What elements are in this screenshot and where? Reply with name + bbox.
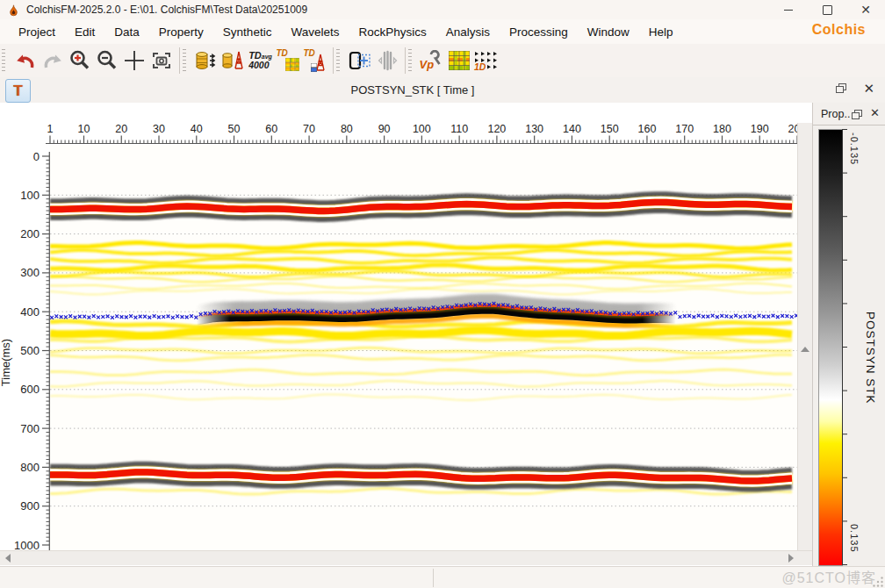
panel-float-icon[interactable]	[852, 110, 862, 119]
svg-text:10: 10	[78, 123, 90, 135]
horizontal-scrollbar[interactable]	[0, 550, 812, 565]
redo-button[interactable]	[39, 47, 66, 75]
svg-text:300: 300	[20, 266, 40, 279]
vertical-scrollbar[interactable]	[797, 123, 813, 565]
grid-display-button[interactable]	[445, 47, 472, 75]
menu-item-property[interactable]: Property	[149, 22, 213, 42]
svg-text:60: 60	[265, 123, 277, 135]
svg-text:170: 170	[675, 123, 694, 135]
float-window-icon[interactable]	[836, 83, 846, 93]
svg-text:500: 500	[20, 344, 40, 357]
zoom-out-icon	[96, 49, 119, 72]
undo-icon	[14, 49, 37, 72]
svg-text:120: 120	[487, 123, 506, 135]
panel-layout-button[interactable]	[346, 47, 373, 75]
seismic-canvas[interactable]	[50, 145, 797, 550]
seismic-data-button[interactable]	[192, 47, 219, 75]
menu-item-window[interactable]: Window	[578, 22, 639, 42]
menu-bar: ProjectEditDataPropertySyntheticWavelets…	[0, 19, 885, 44]
menu-item-help[interactable]: Help	[639, 22, 683, 42]
toolbar: TDavg 4000 TD TD	[0, 44, 885, 78]
watermark: @51CTO博客	[781, 566, 876, 587]
run-1d-button[interactable]: 1D	[472, 47, 504, 75]
x-axis-ruler: 1102030405060708090100110120130140150160…	[0, 121, 812, 145]
svg-text:30: 30	[153, 123, 165, 135]
app-flame-icon	[8, 4, 19, 17]
scroll-up-icon[interactable]	[801, 347, 809, 352]
toolbar-group-handle	[336, 49, 340, 72]
toolbar-group-handle	[2, 49, 5, 72]
wiggle-display-button[interactable]	[373, 47, 400, 75]
menu-item-analysis[interactable]: Analysis	[436, 22, 500, 42]
svg-text:90: 90	[378, 123, 391, 135]
svg-text:190: 190	[751, 123, 769, 135]
minimize-button[interactable]	[769, 0, 808, 19]
view-title: POSTSYN_STK [ Time ]	[0, 77, 825, 103]
view-close-icon[interactable]: ✕	[863, 81, 874, 97]
svg-text:600: 600	[20, 383, 40, 396]
svg-text:100: 100	[20, 189, 40, 202]
database-list-icon	[194, 49, 219, 72]
toolbar-separator	[179, 47, 180, 74]
zoom-in-button[interactable]	[66, 47, 93, 75]
svg-text:700: 700	[20, 422, 40, 435]
menu-item-rockphysics[interactable]: RockPhysics	[349, 22, 435, 42]
panel-layout-icon	[348, 49, 372, 72]
menu-item-data[interactable]: Data	[104, 22, 149, 42]
snapshot-button[interactable]	[148, 47, 175, 75]
svg-text:140: 140	[563, 123, 581, 135]
status-bar	[0, 566, 885, 588]
svg-text:1: 1	[47, 123, 54, 135]
svg-text:800: 800	[20, 461, 40, 474]
undo-button[interactable]	[11, 47, 39, 75]
panel-close-icon[interactable]: ✕	[870, 106, 880, 119]
svg-text:900: 900	[20, 499, 40, 513]
td-well-icon: TD	[304, 49, 327, 72]
close-icon: ✕	[860, 3, 871, 17]
wiggle-display-icon	[376, 49, 399, 72]
svg-text:160: 160	[638, 123, 657, 135]
main-area: 1102030405060708090100110120130140150160…	[0, 103, 885, 566]
close-button[interactable]: ✕	[846, 0, 885, 19]
menu-item-edit[interactable]: Edit	[65, 22, 104, 42]
toolbar-separator	[333, 47, 334, 74]
svg-text:Time(ms): Time(ms)	[0, 339, 12, 386]
zoom-in-icon	[68, 49, 91, 72]
status-divider	[433, 569, 434, 587]
scroll-left-icon[interactable]	[5, 554, 11, 563]
view-tab-bar: T POSTSYN_STK [ Time ] ✕	[0, 77, 885, 104]
svg-text:20: 20	[115, 123, 127, 135]
colorbar-name-label: POSTSYN STK	[864, 312, 877, 405]
property-panel: Prop.. ✕ -0.135 0.135 POSTSYN STK	[812, 103, 885, 566]
colorbar-ticks	[842, 129, 851, 565]
colorbar-min-label: -0.135	[849, 133, 860, 165]
svg-text:80: 80	[341, 123, 353, 135]
menu-item-project[interactable]: Project	[9, 22, 65, 42]
vp-wrench-icon: Vp	[420, 49, 444, 72]
svg-text:130: 130	[525, 123, 543, 135]
maximize-icon	[823, 5, 832, 15]
title-bar: ColchisFM-2025.2.0 - E:\01. ColchisFM\Te…	[0, 0, 885, 20]
svg-text:200: 200	[20, 227, 40, 240]
maximize-button[interactable]	[808, 0, 846, 19]
svg-text:180: 180	[713, 123, 731, 135]
td-well-button[interactable]: TD	[301, 47, 328, 75]
td-average-button[interactable]: TDavg 4000	[247, 47, 274, 75]
zoom-out-button[interactable]	[93, 47, 120, 75]
vp-tools-button[interactable]: Vp	[418, 47, 445, 75]
crosshair-icon	[123, 49, 146, 72]
toolbar-group-handle	[183, 49, 186, 72]
color-grid-icon	[449, 51, 470, 70]
svg-text:40: 40	[191, 123, 203, 135]
well-data-button[interactable]	[219, 47, 247, 75]
scroll-right-icon[interactable]	[788, 554, 794, 563]
td-grid-button[interactable]: TD	[274, 47, 301, 75]
colorbar-gradient	[818, 129, 843, 566]
colorbar-max-label: 0.135	[849, 524, 860, 553]
menu-item-processing[interactable]: Processing	[500, 22, 578, 42]
menu-item-wavelets[interactable]: Wavelets	[281, 22, 349, 42]
svg-text:150: 150	[601, 123, 619, 135]
property-panel-header: Prop.. ✕	[813, 104, 885, 125]
crosshair-button[interactable]	[120, 47, 148, 75]
menu-item-synthetic[interactable]: Synthetic	[213, 22, 282, 42]
